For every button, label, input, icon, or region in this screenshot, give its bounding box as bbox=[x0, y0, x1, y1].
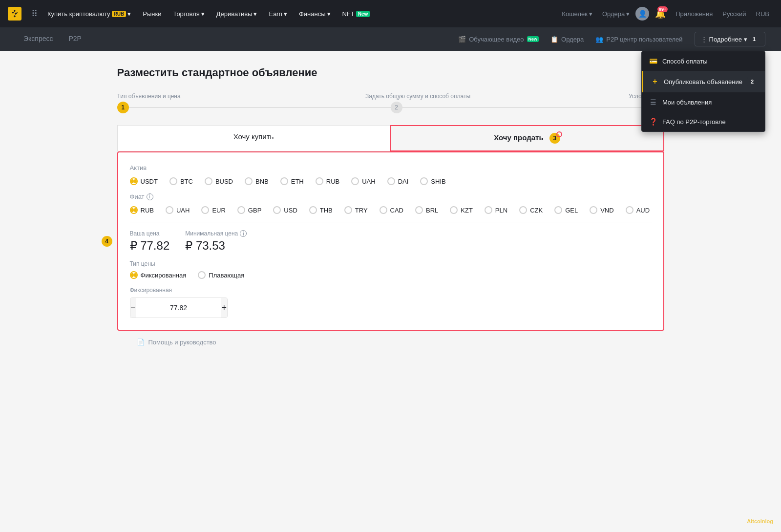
grid-menu-button[interactable]: ⠿ bbox=[29, 6, 40, 21]
radio-pln-dot bbox=[485, 206, 492, 214]
fiat-eur[interactable]: EUR bbox=[201, 206, 225, 214]
faq-icon: ❓ bbox=[650, 118, 657, 126]
tutorial-link[interactable]: 🎬 Обучающее видео New bbox=[458, 36, 539, 43]
fiat-uah[interactable]: UAH bbox=[166, 206, 190, 214]
radio-dai-dot bbox=[387, 177, 395, 185]
nav-finance[interactable]: Финансы ▾ bbox=[295, 10, 335, 18]
step1-label: Тип объявления и цена bbox=[117, 93, 281, 100]
min-price-value: ₽ 73.53 bbox=[185, 239, 247, 253]
increment-button[interactable]: + bbox=[221, 298, 227, 318]
fiat-gbp[interactable]: GBP bbox=[237, 206, 261, 214]
fiat-gel[interactable]: GEL bbox=[554, 206, 578, 214]
list-icon: ☰ bbox=[650, 98, 657, 106]
dropdown-payment-method[interactable]: 💳 Способ оплаты bbox=[642, 51, 765, 71]
radio-rub-dot bbox=[130, 206, 138, 214]
dropdown-faq[interactable]: ❓ FAQ по P2P-торговле bbox=[642, 112, 765, 131]
asset-shib[interactable]: SHIB bbox=[420, 177, 445, 185]
p2p-center-link[interactable]: 👥 P2P центр пользователей bbox=[595, 36, 682, 43]
min-price-col: Минимальная цена i ₽ 73.53 bbox=[185, 230, 247, 253]
form-card: Актив USDT BTC BUSD BNB bbox=[117, 151, 664, 331]
dropdown-my-ads[interactable]: ☰ Мои объявления bbox=[642, 92, 765, 112]
notification-button[interactable]: 🔔 99+ bbox=[651, 6, 670, 21]
nav-trade[interactable]: Торговля ▾ bbox=[169, 10, 208, 18]
asset-bnb[interactable]: BNB bbox=[245, 177, 269, 185]
radio-aud-dot bbox=[626, 206, 633, 214]
decrement-button[interactable]: − bbox=[130, 298, 136, 318]
asset-section-label: Актив bbox=[130, 164, 652, 171]
radio-uah-asset-dot bbox=[351, 177, 359, 185]
sub-navigation: Экспресс P2P 🎬 Обучающее видео New 📋 Орд… bbox=[0, 27, 781, 51]
radio-busd-dot bbox=[205, 177, 212, 185]
fiat-pln[interactable]: PLN bbox=[485, 206, 507, 214]
fiat-info-icon[interactable]: i bbox=[147, 193, 153, 200]
sub-nav-express[interactable]: Экспресс bbox=[16, 27, 61, 51]
fiat-vnd[interactable]: VND bbox=[590, 206, 613, 214]
your-price-label: Ваша цена bbox=[130, 230, 170, 237]
asset-rub[interactable]: RUB bbox=[316, 177, 339, 185]
step2-circle: 2 bbox=[391, 102, 402, 113]
tab-buy[interactable]: Хочу купить bbox=[117, 125, 390, 151]
fiat-brl[interactable]: BRL bbox=[415, 206, 438, 214]
sub-nav-p2p[interactable]: P2P bbox=[61, 27, 89, 51]
asset-dai[interactable]: DAI bbox=[387, 177, 409, 185]
dropdown-publish-ad[interactable]: + Опубликовать объявление 2 bbox=[642, 71, 765, 92]
asset-btc[interactable]: BTC bbox=[169, 177, 193, 185]
more-button[interactable]: ⋮ Подробнее ▾ 1 bbox=[695, 32, 765, 46]
sub-nav-right: 🎬 Обучающее видео New 📋 Ордера 👥 P2P цен… bbox=[458, 32, 765, 46]
step1-circle: 1 bbox=[117, 102, 129, 113]
fiat-try[interactable]: TRY bbox=[344, 206, 368, 214]
fiat-czk[interactable]: CZK bbox=[519, 206, 543, 214]
plus-icon: + bbox=[651, 78, 659, 85]
radio-try-dot bbox=[344, 206, 352, 214]
radio-eth-dot bbox=[280, 177, 288, 185]
radio-float-dot bbox=[198, 271, 206, 279]
nav-nft[interactable]: NFT New bbox=[338, 10, 374, 18]
tab-sell[interactable]: Хочу продать 3 bbox=[390, 125, 664, 151]
orders-link[interactable]: 📋 Ордера bbox=[550, 36, 584, 43]
asset-eth[interactable]: ETH bbox=[280, 177, 304, 185]
radio-czk-dot bbox=[519, 206, 527, 214]
nav-orders[interactable]: Ордера ▾ bbox=[598, 10, 633, 18]
your-price-value: ₽ 77.82 bbox=[130, 239, 170, 253]
step-line2 bbox=[402, 107, 664, 108]
top-navigation: ⠿ Купить криптовалюту RUB ▾ Рынки Торгов… bbox=[0, 0, 781, 27]
nav-wallet[interactable]: Кошелек ▾ bbox=[558, 10, 596, 18]
nav-currency[interactable]: RUB bbox=[752, 10, 773, 18]
step2-label: Задать общую сумму и способ оплаты bbox=[281, 93, 555, 100]
price-type-options: Фиксированная Плавающая bbox=[130, 271, 652, 279]
radio-eur-dot bbox=[201, 206, 209, 214]
buy-sell-tabs: Хочу купить Хочу продать 3 bbox=[117, 125, 664, 151]
nav-lang[interactable]: Русский bbox=[718, 10, 750, 18]
radio-btc-dot bbox=[169, 177, 177, 185]
more-dropdown-menu: 💳 Способ оплаты + Опубликовать объявлени… bbox=[641, 51, 765, 132]
nav-buy-crypto[interactable]: Купить криптовалюту RUB ▾ bbox=[43, 10, 135, 18]
price-type-float[interactable]: Плавающая bbox=[198, 271, 244, 279]
fiat-aud[interactable]: AUD bbox=[626, 206, 650, 214]
fixed-number-input: − + bbox=[130, 298, 228, 318]
radio-bnb-dot bbox=[245, 177, 253, 185]
nav-markets[interactable]: Рынки bbox=[139, 10, 165, 18]
fixed-value-input[interactable] bbox=[136, 304, 221, 312]
asset-radio-group: USDT BTC BUSD BNB ETH bbox=[130, 177, 652, 185]
radio-vnd-dot bbox=[590, 206, 597, 214]
radio-cad-dot bbox=[380, 206, 387, 214]
nav-derivatives[interactable]: Деривативы ▾ bbox=[212, 10, 261, 18]
fiat-cad[interactable]: CAD bbox=[380, 206, 403, 214]
min-price-info-icon[interactable]: i bbox=[240, 230, 247, 237]
asset-busd[interactable]: BUSD bbox=[205, 177, 233, 185]
step-line bbox=[129, 107, 391, 108]
fiat-usd[interactable]: USD bbox=[273, 206, 297, 214]
logo[interactable] bbox=[8, 7, 21, 21]
user-avatar-button[interactable]: 👤 bbox=[635, 7, 649, 21]
fiat-thb[interactable]: THB bbox=[309, 206, 333, 214]
help-link[interactable]: Помощь и руководство bbox=[148, 339, 216, 346]
radio-usdt-dot bbox=[130, 177, 138, 185]
fixed-input-label: Фиксированная bbox=[130, 287, 652, 294]
price-type-fixed[interactable]: Фиксированная bbox=[130, 271, 187, 279]
fiat-rub[interactable]: RUB bbox=[130, 206, 154, 214]
fiat-kzt[interactable]: KZT bbox=[450, 206, 473, 214]
nav-apps[interactable]: Приложения bbox=[672, 10, 717, 18]
asset-uah[interactable]: UAH bbox=[351, 177, 375, 185]
nav-earn[interactable]: Earn ▾ bbox=[265, 10, 291, 18]
asset-usdt[interactable]: USDT bbox=[130, 177, 158, 185]
